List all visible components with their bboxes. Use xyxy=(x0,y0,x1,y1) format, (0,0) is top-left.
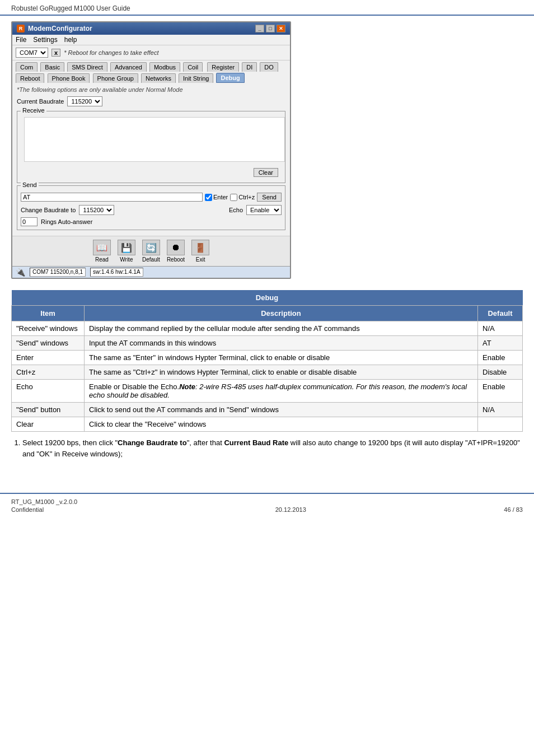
menu-help[interactable]: help xyxy=(64,36,77,44)
exit-label: Exit xyxy=(196,256,205,263)
read-label: Read xyxy=(95,256,109,263)
table-row-desc-0: Display the command replied by the cellu… xyxy=(85,321,478,336)
minimize-button[interactable]: _ xyxy=(255,25,264,32)
table-row-desc-6: Click to clear the "Receive" windows xyxy=(85,417,478,432)
app-icon: R xyxy=(17,25,25,32)
change-baudrate-label: Change Baudrate to xyxy=(21,207,76,213)
footer-page: 46 / 83 xyxy=(504,506,523,513)
table-row-desc-4: Enable or Disable the Echo.Note: 2-wire … xyxy=(85,380,478,403)
tab-init-string[interactable]: Init String xyxy=(179,73,213,83)
tabs-area: Com Basic SMS Direct Advanced Modbus Coi… xyxy=(12,60,290,83)
menu-file[interactable]: File xyxy=(16,36,26,44)
tab-modbus[interactable]: Modbus xyxy=(149,62,180,72)
ctrlz-checkbox[interactable] xyxy=(230,194,237,201)
reboot-action[interactable]: ⏺ Reboot xyxy=(167,240,185,263)
bottom-toolbar: 📖 Read 💾 Write 🔄 Default ⏺ Reboot 🚪 Exit xyxy=(12,236,290,266)
receive-section: Receive Clear xyxy=(17,111,285,183)
read-action[interactable]: 📖 Read xyxy=(93,240,111,263)
tab-coil[interactable]: Coil xyxy=(183,62,203,72)
debug-table: Debug Item Description Default "Receive"… xyxy=(11,290,523,432)
status-version: sw:1.4.6 hw:1.4.1A xyxy=(90,268,143,277)
table-row-default-5: N/A xyxy=(478,403,523,417)
tab-register[interactable]: Register xyxy=(207,62,239,72)
send-legend: Send xyxy=(21,181,39,188)
status-com: COM7 115200,n,8,1 xyxy=(30,268,86,277)
tab-phone-group[interactable]: Phone Group xyxy=(93,73,138,83)
notes-section: Select 19200 bps, then click "Change Bau… xyxy=(11,437,523,459)
send-section: Send Enter Ctrl+z Send Change Baudrate t… xyxy=(17,185,285,230)
table-row-item-1: "Send" windows xyxy=(12,336,85,351)
reboot-note: * Reboot for changes to take effect xyxy=(64,49,158,56)
tab-com[interactable]: Com xyxy=(16,62,38,72)
tab-sms-direct[interactable]: SMS Direct xyxy=(67,62,107,72)
current-baudrate-select[interactable]: 115200 xyxy=(67,96,102,106)
titlebar-left: R ModemConfigurator xyxy=(17,25,92,32)
tab-debug[interactable]: Debug xyxy=(216,73,244,83)
note-item-1: Select 19200 bps, then click "Change Bau… xyxy=(22,437,523,459)
write-action[interactable]: 💾 Write xyxy=(118,240,135,263)
tab-networks[interactable]: Networks xyxy=(141,73,176,83)
default-label: Default xyxy=(142,256,160,263)
window-body: *The following options are only availabl… xyxy=(12,83,290,236)
table-row-desc-3: The same as "Ctrl+z" in windows Hypter T… xyxy=(85,365,478,380)
notes-list: Select 19200 bps, then click "Change Bau… xyxy=(22,437,523,459)
change-baudrate-select[interactable]: 115200 xyxy=(79,205,114,215)
status-bar: 🔌 COM7 115200,n,8,1 sw:1.4.6 hw:1.4.1A xyxy=(12,266,290,278)
echo-label: Echo xyxy=(229,207,243,213)
menu-settings[interactable]: Settings xyxy=(33,36,57,44)
normal-mode-note: *The following options are only availabl… xyxy=(17,86,285,93)
exit-icon: 🚪 xyxy=(191,240,209,255)
page-header-text: Robustel GoRugged M1000 User Guide xyxy=(11,4,130,12)
table-row-default-4: Enable xyxy=(478,380,523,403)
tab-do[interactable]: DO xyxy=(260,62,278,72)
send-input[interactable] xyxy=(21,193,203,202)
table-row-default-2: Enable xyxy=(478,351,523,365)
baudrate-row: Current Baudrate 115200 xyxy=(17,96,285,106)
tabs-row-1: Com Basic SMS Direct Advanced Modbus Coi… xyxy=(16,62,287,72)
rings-input[interactable] xyxy=(21,217,38,226)
change-baudrate-row: Change Baudrate to 115200 Echo Enable Di… xyxy=(21,205,282,215)
rings-row: Rings Auto-answer xyxy=(21,217,282,226)
tabs-row-2: Reboot Phone Book Phone Group Networks I… xyxy=(16,73,287,83)
table-row-item-3: Ctrl+z xyxy=(12,365,85,380)
reboot-label: Reboot xyxy=(167,256,185,263)
baudrate-label: Current Baudrate xyxy=(17,98,64,105)
send-button[interactable]: Send xyxy=(257,193,282,202)
debug-section: Debug Item Description Default "Receive"… xyxy=(11,290,523,432)
maximize-button[interactable]: □ xyxy=(266,25,275,32)
window-title: ModemConfigurator xyxy=(28,25,92,32)
window-titlebar: R ModemConfigurator _ □ ✕ xyxy=(12,22,290,35)
ctrlz-checkbox-label: Ctrl+z xyxy=(230,194,255,201)
receive-clear-row: Clear xyxy=(21,167,282,179)
table-row-desc-1: Input the AT commands in this windows xyxy=(85,336,478,351)
status-icon: 🔌 xyxy=(16,268,25,277)
table-row-default-6 xyxy=(478,417,523,432)
send-input-row: Enter Ctrl+z Send xyxy=(21,193,282,202)
default-action[interactable]: 🔄 Default xyxy=(142,240,160,263)
reboot-icon: ⏺ xyxy=(167,240,185,255)
disconnect-button[interactable]: x xyxy=(51,49,60,57)
clear-button[interactable]: Clear xyxy=(254,168,278,177)
footer-left: RT_UG_M1000 _v.2.0.0 Confidential xyxy=(11,498,77,513)
table-row-desc-2: The same as "Enter" in windows Hypter Te… xyxy=(85,351,478,365)
page-footer: RT_UG_M1000 _v.2.0.0 Confidential 20.12.… xyxy=(0,493,534,517)
table-row-item-0: "Receive" windows xyxy=(12,321,85,336)
tab-phone-book[interactable]: Phone Book xyxy=(48,73,90,83)
tab-di[interactable]: DI xyxy=(242,62,257,72)
col-header-default: Default xyxy=(478,306,523,321)
enter-checkbox[interactable] xyxy=(205,194,212,201)
close-button[interactable]: ✕ xyxy=(277,25,285,32)
tab-reboot[interactable]: Reboot xyxy=(16,73,44,83)
table-row-desc-5: Click to send out the AT commands and in… xyxy=(85,403,478,417)
col-header-description: Description xyxy=(85,306,478,321)
receive-textarea[interactable] xyxy=(24,117,285,162)
com-port-select[interactable]: COM7 xyxy=(16,48,48,58)
ctrlz-label: Ctrl+z xyxy=(238,194,255,200)
table-row-item-2: Enter xyxy=(12,351,85,365)
default-icon: 🔄 xyxy=(142,240,160,255)
exit-action[interactable]: 🚪 Exit xyxy=(191,240,209,263)
tab-basic[interactable]: Basic xyxy=(40,62,64,72)
enter-label: Enter xyxy=(213,194,228,200)
echo-select[interactable]: Enable Disable xyxy=(246,205,282,215)
tab-advanced[interactable]: Advanced xyxy=(110,62,147,72)
